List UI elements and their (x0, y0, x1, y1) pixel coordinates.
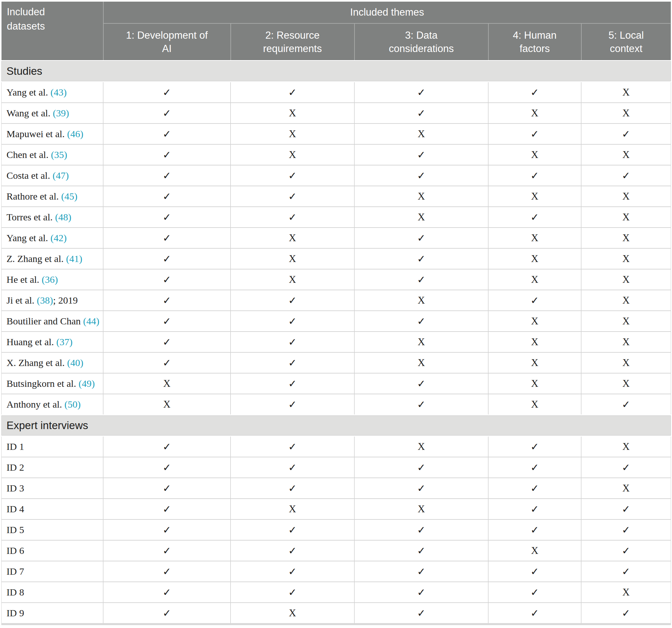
citation-reference-link[interactable]: (36) (42, 274, 58, 285)
citation-reference-link[interactable]: (42) (50, 232, 67, 243)
row-label: ID 4 (2, 498, 103, 519)
mark-x: X (581, 103, 671, 123)
row-label-text: Anthony et al. (6, 399, 64, 410)
mark-check: ✓ (488, 82, 581, 103)
mark-check: ✓ (488, 478, 581, 498)
mark-check: ✓ (231, 165, 355, 186)
column-header-theme-3: 3: Dataconsiderations (355, 23, 488, 61)
row-label-text: ID 6 (6, 545, 24, 556)
row-label: ID 7 (2, 561, 103, 582)
mark-x: X (488, 311, 581, 331)
mark-check: ✓ (581, 498, 671, 519)
mark-check: ✓ (581, 603, 671, 624)
row-label-text: Yang et al. (6, 232, 50, 243)
row-label: Mapuwei et al. (46) (2, 123, 103, 144)
row-label-text: Chen et al. (6, 149, 51, 160)
citation-reference-link[interactable]: (39) (53, 108, 69, 118)
mark-check: ✓ (231, 540, 355, 561)
citation-reference-link[interactable]: (38) (37, 295, 53, 306)
table-row: ID 7✓✓✓✓✓ (2, 561, 671, 582)
table-row: Rathore et al. (45)✓✓XXX (2, 186, 671, 207)
citation-reference-link[interactable]: (43) (50, 87, 67, 97)
row-label-text: Torres et al. (6, 212, 55, 222)
mark-check: ✓ (355, 540, 488, 561)
mark-check: ✓ (355, 373, 488, 394)
mark-check: ✓ (488, 457, 581, 478)
row-label: Anthony et al. (50) (2, 394, 103, 415)
mark-x: X (581, 144, 671, 165)
mark-x: X (355, 207, 488, 228)
mark-check: ✓ (355, 457, 488, 478)
mark-check: ✓ (103, 144, 231, 165)
mark-check: ✓ (488, 582, 581, 603)
mark-x: X (231, 269, 355, 290)
row-label: ID 5 (2, 519, 103, 540)
citation-reference-link[interactable]: (48) (55, 212, 71, 222)
mark-check: ✓ (103, 103, 231, 123)
citation-reference-link[interactable]: (50) (64, 399, 80, 410)
mark-x: X (355, 436, 488, 457)
mark-x: X (488, 269, 581, 290)
table-row: ID 4✓XX✓✓ (2, 498, 671, 519)
mark-x: X (581, 228, 671, 248)
row-label-text: Butsingkorn et al. (6, 378, 79, 389)
row-label: ID 2 (2, 457, 103, 478)
citation-reference-link[interactable]: (37) (56, 336, 72, 347)
mark-check: ✓ (103, 82, 231, 103)
row-label-text: ID 9 (6, 607, 24, 618)
row-label: Costa et al. (47) (2, 165, 103, 186)
citation-reference-link[interactable]: (49) (79, 378, 95, 389)
mark-check: ✓ (355, 478, 488, 498)
citation-reference-link[interactable]: (44) (83, 316, 99, 326)
mark-x: X (488, 540, 581, 561)
mark-x: X (355, 498, 488, 519)
mark-check: ✓ (103, 269, 231, 290)
row-label-text: ID 1 (6, 441, 24, 452)
table-row: ID 1✓✓X✓X (2, 436, 671, 457)
citation-reference-link[interactable]: (40) (67, 357, 83, 368)
mark-x: X (231, 228, 355, 248)
mark-x: X (581, 331, 671, 352)
mark-check: ✓ (231, 457, 355, 478)
mark-check: ✓ (103, 207, 231, 228)
mark-check: ✓ (103, 123, 231, 144)
mark-x: X (355, 186, 488, 207)
row-label-text: Costa et al. (6, 170, 53, 181)
column-header-line: 2: Resource (231, 29, 354, 42)
mark-check: ✓ (355, 394, 488, 415)
mark-check: ✓ (231, 394, 355, 415)
column-header-line: context (582, 42, 671, 55)
mark-check: ✓ (231, 478, 355, 498)
mark-check: ✓ (581, 540, 671, 561)
mark-x: X (488, 103, 581, 123)
group-header-included-themes: Included themes (103, 2, 671, 23)
page: Includeddatasets Included themes 1: Deve… (0, 0, 672, 625)
table-row: Costa et al. (47)✓✓✓✓✓ (2, 165, 671, 186)
mark-check: ✓ (231, 290, 355, 311)
mark-check: ✓ (488, 519, 581, 540)
mark-check: ✓ (581, 519, 671, 540)
column-header-line: 1: Development of (104, 29, 231, 42)
citation-reference-link[interactable]: (47) (53, 170, 69, 181)
citation-reference-link[interactable]: (35) (51, 149, 67, 160)
row-label: ID 6 (2, 540, 103, 561)
mark-check: ✓ (103, 519, 231, 540)
row-label-text: Z. Zhang et al. (6, 253, 66, 264)
mark-check: ✓ (581, 394, 671, 415)
row-label: Butsingkorn et al. (49) (2, 373, 103, 394)
citation-reference-link[interactable]: (45) (61, 191, 77, 202)
mark-x: X (355, 123, 488, 144)
row-label-text: Huang et al. (6, 336, 56, 347)
citation-reference-link[interactable]: (41) (66, 253, 82, 264)
mark-x: X (231, 498, 355, 519)
mark-check: ✓ (231, 436, 355, 457)
mark-check: ✓ (103, 352, 231, 373)
row-label-text: Wang et al. (6, 108, 53, 118)
section-row: Studies (2, 61, 671, 82)
mark-check: ✓ (103, 228, 231, 248)
section-row: Expert interviews (2, 415, 671, 436)
citation-reference-link[interactable]: (46) (67, 129, 83, 139)
mark-check: ✓ (581, 457, 671, 478)
mark-check: ✓ (103, 582, 231, 603)
mark-check: ✓ (103, 498, 231, 519)
